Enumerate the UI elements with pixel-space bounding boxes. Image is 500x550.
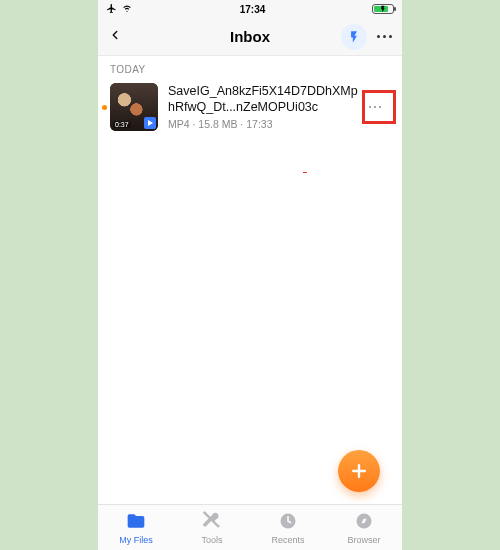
tab-label: Recents — [271, 535, 304, 545]
add-fab[interactable] — [338, 450, 380, 492]
file-info: SaveIG_An8kzFi5X14D7DDhXMphRfwQ_Dt...nZe… — [168, 84, 360, 130]
file-meta: MP4 · 15.8 MB · 17:33 — [168, 118, 360, 130]
battery-icon — [372, 4, 394, 14]
page-title: Inbox — [230, 28, 270, 45]
tab-label: My Files — [119, 535, 153, 545]
compass-icon — [354, 511, 374, 533]
folder-icon — [126, 511, 146, 533]
clock-icon — [278, 511, 298, 533]
status-right — [372, 4, 394, 14]
nav-more-button[interactable] — [377, 35, 392, 38]
play-icon — [144, 117, 156, 129]
section-header-today: TODAY — [98, 56, 402, 79]
unread-dot — [102, 105, 107, 110]
file-name: SaveIG_An8kzFi5X14D7DDhXMphRfwQ_Dt...nZe… — [168, 84, 360, 115]
tab-bar: My Files Tools Recents Browser — [98, 504, 402, 550]
airplane-icon — [106, 3, 117, 16]
tab-label: Browser — [347, 535, 380, 545]
status-time: 17:34 — [240, 4, 266, 15]
file-more-button[interactable] — [360, 92, 390, 122]
tab-my-files[interactable]: My Files — [98, 505, 174, 550]
app-window: 17:34 Inbox TODAY 0:37 — [98, 0, 402, 550]
file-thumbnail[interactable]: 0:37 — [110, 83, 158, 131]
tab-recents[interactable]: Recents — [250, 505, 326, 550]
tab-label: Tools — [201, 535, 222, 545]
tab-browser[interactable]: Browser — [326, 505, 402, 550]
file-row[interactable]: 0:37 SaveIG_An8kzFi5X14D7DDhXMphRfwQ_Dt.… — [98, 79, 402, 135]
annotation-dash — [303, 172, 307, 173]
nav-bar: Inbox — [98, 18, 402, 56]
back-button[interactable] — [108, 28, 122, 46]
wifi-icon — [121, 3, 133, 15]
status-left — [106, 3, 133, 16]
status-bar: 17:34 — [98, 0, 402, 18]
tools-icon — [202, 511, 222, 533]
tab-tools[interactable]: Tools — [174, 505, 250, 550]
video-duration: 0:37 — [113, 121, 131, 128]
transfer-bolt-button[interactable] — [341, 24, 367, 50]
